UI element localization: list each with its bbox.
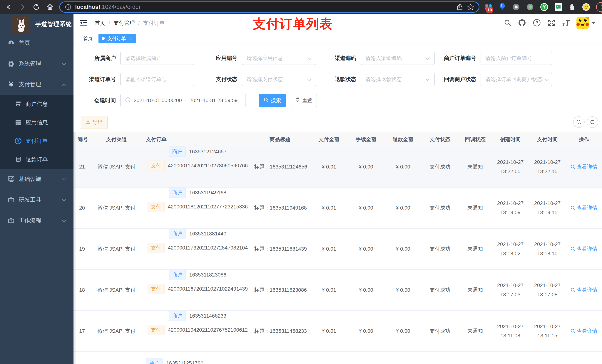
date-separator: - <box>185 97 186 104</box>
font-size-icon[interactable]: TT <box>562 19 570 27</box>
extension-chat-icon[interactable] <box>554 3 562 11</box>
merchant-input[interactable] <box>125 55 190 61</box>
sidebar-item-pay-order[interactable]: 支付订单 <box>0 132 74 150</box>
pay-amount-cell: ¥ 0.01 <box>311 187 347 228</box>
sidebar-item-pay[interactable]: 支付管理 <box>0 74 74 95</box>
merchant-order-no: 1635311881440 <box>189 231 226 237</box>
view-detail-label: 查看详情 <box>577 163 598 170</box>
product-title-cell: 标题：1635311823086 <box>249 270 311 310</box>
notify-status-select[interactable]: 请选择订单回调商户状态 <box>481 73 552 86</box>
select-placeholder: 请选择退款状态 <box>366 76 402 83</box>
export-button-label: 导出 <box>93 119 103 126</box>
breadcrumb-pay[interactable]: 支付管理 <box>113 20 135 27</box>
browser-update-button[interactable]: 更新 <box>596 2 602 12</box>
merchant-tag: 商户 <box>169 270 186 280</box>
yen-circle-icon <box>14 137 22 145</box>
table-row[interactable]: 19 微信 JSAPI 支付 商户 1635311881440 支付 42000… <box>74 229 602 270</box>
sidebar-item-app-info[interactable]: 应用信息 <box>0 113 74 132</box>
search-button[interactable]: 搜索 <box>259 94 286 107</box>
pay-status-cell: 支付成功 <box>421 270 459 310</box>
sidebar-item-home[interactable]: 首页 <box>0 32 74 53</box>
pay-amount-cell: ¥ 0.01 <box>311 270 347 310</box>
breadcrumb-home[interactable]: 首页 <box>95 20 105 27</box>
order-id-cell: 20 <box>74 187 92 228</box>
date-range-picker[interactable]: 2021-10-01 00:00:00 - 2021-10-31 23:59:5… <box>120 94 246 107</box>
table-row[interactable]: 17 微信 JSAPI 支付 商户 1635311468233 支付 42000… <box>74 311 602 352</box>
create-time-cell: 2021-10-2713:22:05 <box>492 146 529 187</box>
tags-view-bar: 首页 支付订单 × <box>74 32 602 45</box>
export-button[interactable]: 导出 <box>81 116 108 129</box>
pay-order-cell: 商户 1635311881440 支付 42000011732021102728… <box>141 229 249 269</box>
sidebar-collapse-icon[interactable] <box>80 20 87 27</box>
col-header: 支付时间 <box>529 132 566 146</box>
pay-tag: 支付 <box>148 243 165 253</box>
sidebar-item-dev-tools[interactable]: 研发工具 <box>0 189 74 210</box>
chevron-down-icon <box>307 55 311 61</box>
search-icon <box>576 119 582 125</box>
filter-create-time: 创建时间 2021-10-01 00:00:00 - 2021-10-31 23… <box>74 94 246 107</box>
view-detail-link[interactable]: 查看详情 <box>570 204 598 211</box>
extension-y-icon[interactable]: Y <box>540 3 548 11</box>
merchant-order-no: 1635312124657 <box>189 149 226 155</box>
magnifier-icon <box>570 206 575 210</box>
profile-avatar-icon[interactable] <box>582 3 590 11</box>
refund-amount-cell: ¥ 0.00 <box>385 229 421 269</box>
view-detail-link[interactable]: 查看详情 <box>570 328 598 335</box>
sidebar-item-merchant-info[interactable]: 商户信息 <box>0 95 74 113</box>
reset-button[interactable]: 重置 <box>291 94 317 107</box>
table-row[interactable]: 20 微信 JSAPI 支付 商户 1635311949168 支付 42000… <box>74 187 602 229</box>
search-icon[interactable] <box>504 19 511 27</box>
table-row[interactable]: 21 微信 JSAPI 支付 商户 1635312124657 支付 42000… <box>74 146 602 187</box>
reload-icon[interactable] <box>32 3 40 11</box>
forward-icon[interactable] <box>19 3 26 11</box>
svg-text:Y: Y <box>543 4 546 10</box>
extension-green-dot-icon[interactable] <box>526 3 534 11</box>
site-info-icon[interactable] <box>64 3 72 11</box>
refund-amount-cell: ¥ 0.00 <box>385 187 421 228</box>
channel-order-no-field[interactable] <box>120 73 194 86</box>
channel-order-no-input[interactable] <box>125 76 190 82</box>
filter-label: 渠道订单号 <box>74 76 120 83</box>
home-icon[interactable] <box>46 3 54 11</box>
tab-pay-order[interactable]: 支付订单 × <box>98 34 136 43</box>
close-icon[interactable]: × <box>129 36 132 42</box>
refresh-table-button[interactable] <box>587 116 598 128</box>
pay-status-select[interactable]: 请选择支付状态 <box>242 73 316 86</box>
bookmark-star-icon[interactable] <box>467 3 474 11</box>
user-avatar-wrap[interactable] <box>576 17 596 29</box>
table-row[interactable]: 18 微信 JSAPI 支付 商户 1635311823086 支付 42000… <box>74 270 602 311</box>
merchant-order-no: 1635311468233 <box>189 313 226 319</box>
channel-pay-no: 4200001173202110272847982104 <box>168 245 248 251</box>
extension-tampermonkey-icon[interactable]: 10 <box>485 3 493 11</box>
merchant-order-no-input[interactable] <box>485 55 547 61</box>
back-icon[interactable] <box>5 3 13 11</box>
app-logo-row[interactable]: 芋道管理系统 <box>0 14 74 32</box>
sidebar-item-system[interactable]: 系统管理 <box>0 53 74 74</box>
extension-balloon-icon[interactable] <box>499 3 506 11</box>
sidebar-item-workflow[interactable]: 工作流程 <box>0 210 74 231</box>
merchant-select[interactable] <box>120 52 194 65</box>
tab-home[interactable]: 首页 <box>80 34 96 43</box>
help-icon[interactable]: ? <box>533 19 541 28</box>
view-detail-link[interactable]: 查看详情 <box>570 163 598 170</box>
view-detail-link[interactable]: 查看详情 <box>570 287 598 293</box>
github-icon[interactable] <box>518 19 526 28</box>
extension-command-icon[interactable]: ⌘ <box>512 3 520 11</box>
pay-time-cell: 2021-10-2713:19:15 <box>529 187 566 228</box>
sidebar-item-infrastructure[interactable]: 基础设施 <box>0 169 74 189</box>
merchant-order-no-field[interactable] <box>481 52 552 65</box>
show-search-toggle-button[interactable] <box>573 116 585 128</box>
chevron-down-icon <box>545 76 549 82</box>
share-icon[interactable] <box>456 3 463 11</box>
app-select[interactable]: 请选择应用信息 <box>242 52 316 65</box>
fee-amount-cell: ¥ 0.00 <box>347 229 385 269</box>
extensions-puzzle-icon[interactable] <box>568 3 576 11</box>
fullscreen-icon[interactable] <box>548 19 555 27</box>
address-bar[interactable]: localhost:1024/pay/order <box>59 1 479 13</box>
refund-status-select[interactable]: 请选择退款状态 <box>361 73 435 86</box>
view-detail-link[interactable]: 查看详情 <box>570 245 598 252</box>
channel-code-select[interactable]: 请输入渠道编码 <box>361 52 435 65</box>
sidebar-item-refund-order[interactable]: 退款订单 <box>0 150 74 169</box>
main-area: 首页 / 支付管理 / 支付订单 支付订单列表 ? <box>74 14 602 364</box>
pay-channel-cell: 微信 JSAPI 支付 <box>92 311 141 351</box>
